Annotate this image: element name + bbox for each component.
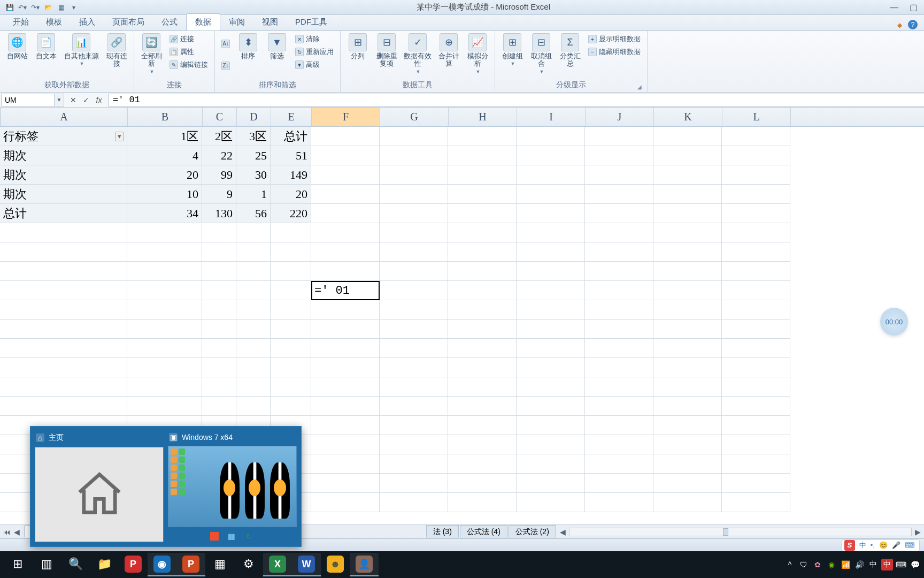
cell[interactable]: 1区	[127, 127, 202, 146]
ungroup-button[interactable]: ⊟取消组合▼	[528, 33, 554, 74]
excel-button[interactable]: X	[263, 553, 292, 576]
cell[interactable]: 4	[127, 146, 202, 165]
qat-open-icon[interactable]: 📂	[43, 2, 53, 13]
cell[interactable]	[380, 358, 448, 377]
cell[interactable]	[448, 300, 517, 320]
ime-punct-icon[interactable]: •,	[868, 541, 877, 549]
whatif-button[interactable]: 📈模拟分析▼	[465, 33, 490, 74]
cell[interactable]	[380, 204, 448, 223]
name-box[interactable]: UM	[1, 94, 55, 107]
cell[interactable]	[380, 474, 448, 493]
cell[interactable]	[585, 242, 653, 262]
cell[interactable]	[202, 300, 236, 320]
sort-desc-button[interactable]: Z↓	[219, 60, 232, 71]
cell[interactable]	[653, 204, 722, 223]
cell[interactable]	[517, 262, 585, 281]
preview-home[interactable]: ⌂主页	[35, 431, 164, 542]
cell[interactable]	[722, 127, 790, 146]
active-cell[interactable]: =' 01	[311, 281, 380, 300]
cell[interactable]	[448, 416, 517, 435]
cell[interactable]	[585, 416, 653, 435]
cell[interactable]	[236, 223, 271, 242]
cell[interactable]: 总计	[271, 127, 311, 146]
cell[interactable]	[517, 493, 585, 512]
vmware-button[interactable]: ◉	[148, 553, 176, 576]
cell[interactable]	[653, 223, 722, 242]
cell[interactable]	[722, 223, 790, 242]
tray-wifi-icon[interactable]: 📶	[840, 559, 851, 571]
cell[interactable]	[380, 127, 448, 146]
sheet-nav-first[interactable]: ⏮	[2, 528, 12, 536]
cell[interactable]	[380, 146, 448, 165]
col-header-d[interactable]: D	[237, 108, 271, 126]
cell[interactable]	[0, 320, 127, 339]
tab-view[interactable]: 视图	[253, 14, 287, 31]
cell[interactable]	[202, 358, 236, 377]
cell[interactable]: 2区	[202, 127, 236, 146]
advanced-filter-button[interactable]: ▼高级	[293, 59, 336, 71]
cell[interactable]	[585, 204, 653, 223]
cell[interactable]	[380, 185, 448, 204]
cell[interactable]	[202, 242, 236, 262]
cancel-formula-button[interactable]: ✕	[67, 94, 79, 106]
pause-icon[interactable]: ▮▮	[225, 530, 237, 542]
cell[interactable]	[311, 223, 380, 242]
search-button[interactable]: 🔍	[61, 553, 90, 576]
cell[interactable]	[0, 223, 127, 242]
cell[interactable]	[311, 127, 380, 146]
cell[interactable]	[0, 377, 127, 397]
cell[interactable]	[236, 281, 271, 300]
name-box-dropdown[interactable]: ▼	[55, 94, 64, 107]
sort-button[interactable]: ⬍排序	[235, 33, 261, 60]
cell[interactable]	[271, 358, 311, 377]
col-header-l[interactable]: L	[722, 108, 791, 126]
cell[interactable]	[236, 377, 271, 397]
cell[interactable]	[0, 358, 127, 377]
cell[interactable]	[311, 165, 380, 185]
cell[interactable]	[585, 185, 653, 204]
cell[interactable]	[653, 242, 722, 262]
cell[interactable]	[271, 300, 311, 320]
tray-flower-icon[interactable]: ✿	[812, 559, 823, 571]
cell[interactable]	[653, 435, 722, 454]
cell[interactable]	[311, 185, 380, 204]
redo-icon[interactable]: ↷▾	[30, 2, 41, 13]
from-text-button[interactable]: 📄自文本	[33, 33, 59, 60]
hide-detail-button[interactable]: −隐藏明细数据	[586, 46, 643, 58]
tray-expand-icon[interactable]: ^	[784, 559, 796, 571]
powerpoint-button[interactable]: P	[176, 553, 205, 576]
start-button[interactable]: ⊞	[3, 553, 32, 576]
cell[interactable]	[653, 493, 722, 512]
cell[interactable]	[202, 320, 236, 339]
tab-review[interactable]: 审阅	[220, 14, 253, 31]
fx-button[interactable]: fx	[93, 94, 105, 106]
cell[interactable]	[271, 377, 311, 397]
ime-mode[interactable]: 中	[857, 541, 868, 550]
connections-button[interactable]: 🔗连接	[167, 33, 210, 45]
minimize-ribbon-icon[interactable]: ◆	[894, 20, 905, 31]
cell[interactable]	[202, 377, 236, 397]
cell[interactable]	[722, 262, 790, 281]
scroll-thumb[interactable]	[723, 528, 728, 536]
cell[interactable]	[127, 223, 202, 242]
cell[interactable]	[271, 223, 311, 242]
cell[interactable]	[202, 281, 236, 300]
cell[interactable]	[722, 397, 790, 416]
cell[interactable]: 220	[271, 204, 311, 223]
cell[interactable]	[448, 474, 517, 493]
cell[interactable]	[127, 397, 202, 416]
cell[interactable]	[311, 339, 380, 358]
cell[interactable]	[448, 204, 517, 223]
cell[interactable]	[653, 281, 722, 300]
properties-button[interactable]: 📋属性	[167, 46, 210, 58]
cell[interactable]	[380, 416, 448, 435]
settings-button[interactable]: ⚙	[234, 553, 263, 576]
cell[interactable]	[448, 320, 517, 339]
cell[interactable]	[585, 474, 653, 493]
tray-lang1[interactable]: 中	[867, 559, 879, 571]
cell[interactable]	[380, 223, 448, 242]
cell[interactable]	[380, 454, 448, 474]
cell[interactable]: 行标签	[0, 127, 127, 146]
cell[interactable]	[271, 397, 311, 416]
cell[interactable]	[585, 454, 653, 474]
